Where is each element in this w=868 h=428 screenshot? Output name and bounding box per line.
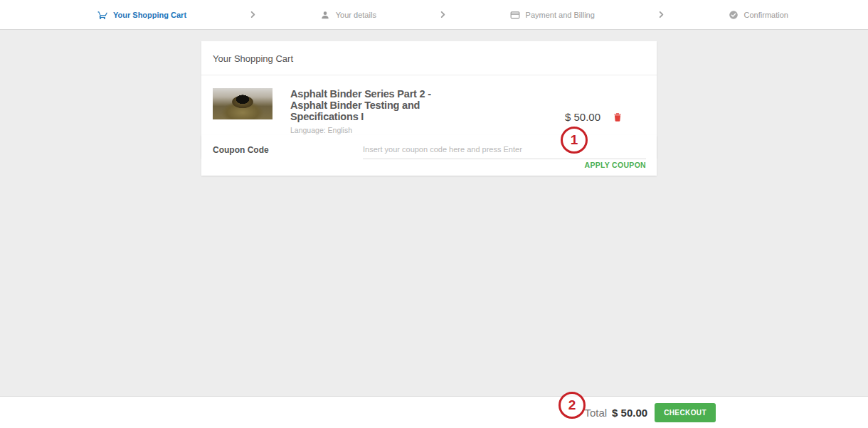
coupon-code-label: Coupon Code: [213, 145, 269, 155]
stepper-item-payment-billing[interactable]: Payment and Billing: [510, 10, 595, 20]
annotation-circle-1: 1: [561, 127, 588, 154]
checkout-button[interactable]: CHECKOUT: [655, 403, 716, 422]
chevron-right-icon: [250, 11, 256, 18]
total-value: $ 50.00: [612, 407, 647, 419]
credit-card-icon: [510, 10, 520, 20]
product-thumbnail: [213, 88, 272, 119]
stepper-item-shopping-cart[interactable]: Your Shopping Cart: [97, 10, 186, 20]
stepper-label: Your details: [336, 11, 376, 19]
product-price: $ 50.00: [565, 111, 600, 123]
product-language: Language: English: [290, 125, 454, 135]
coupon-code-input[interactable]: [363, 141, 646, 159]
checkout-stepper: Your Shopping Cart Your details Payment …: [0, 0, 868, 30]
page-background: Your Shopping Cart Asphalt Binder Series…: [0, 30, 868, 396]
remove-item-button[interactable]: [613, 112, 623, 122]
stepper-label: Payment and Billing: [526, 11, 595, 19]
coupon-card: Coupon Code APPLY COUPON: [201, 135, 657, 176]
annotation-circle-2: 2: [559, 392, 586, 419]
cart-icon: [97, 10, 107, 20]
checkout-footer: Total $ 50.00 CHECKOUT: [0, 396, 868, 428]
chevron-right-icon: [440, 11, 446, 18]
stepper-label: Confirmation: [744, 11, 788, 19]
cart-card-title: Your Shopping Cart: [201, 41, 657, 75]
stepper-item-your-details[interactable]: Your details: [320, 10, 376, 20]
person-icon: [320, 10, 330, 20]
apply-coupon-button[interactable]: APPLY COUPON: [585, 161, 646, 169]
check-circle-icon: [729, 10, 739, 20]
chevron-right-icon: [658, 11, 665, 18]
stepper-item-confirmation[interactable]: Confirmation: [729, 10, 788, 20]
total-label: Total: [584, 407, 607, 419]
trash-icon: [613, 114, 623, 124]
product-title: Asphalt Binder Series Part 2 - Asphalt B…: [290, 88, 454, 123]
stepper-label: Your Shopping Cart: [113, 11, 186, 19]
